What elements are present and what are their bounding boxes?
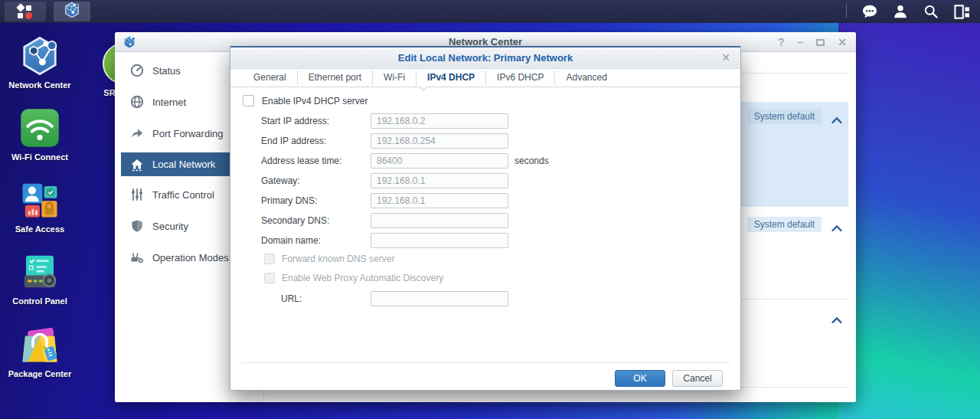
field-label: End IP address: <box>261 136 326 146</box>
taskbar <box>0 0 980 23</box>
collapse-chevron-icon[interactable] <box>831 221 842 229</box>
shield-icon <box>130 219 144 233</box>
widgets-icon[interactable] <box>946 0 977 23</box>
taskbar-network-center-button[interactable] <box>54 2 90 21</box>
sidebar-item-label: Internet <box>152 97 186 108</box>
collapse-chevron-icon[interactable] <box>831 113 842 121</box>
primary-dns-input <box>371 193 508 208</box>
main-menu-icon <box>17 4 34 19</box>
field-label: Secondary DNS: <box>261 215 329 226</box>
globe-icon <box>130 95 144 109</box>
start-ip-input <box>371 113 508 129</box>
desktop-icon-wifi-connect[interactable]: Wi-Fi Connect <box>3 107 77 162</box>
desktop-icon-label: Safe Access <box>3 224 77 234</box>
end-ip-input <box>371 133 508 149</box>
sidebar-item-label: Status <box>152 65 181 77</box>
sidebar-item-label: Traffic Control <box>152 189 214 201</box>
field-label: Gateway: <box>261 175 300 186</box>
maximize-button[interactable] <box>816 39 825 46</box>
package-center-icon <box>19 324 60 365</box>
forward-dns-checkbox <box>264 254 275 264</box>
gauge-icon <box>130 64 144 77</box>
gateway-input <box>371 173 508 188</box>
checkbox-label: Forward known DNS server <box>282 254 394 264</box>
tab-general[interactable]: General <box>243 70 297 85</box>
wifi-connect-icon <box>19 107 60 149</box>
ok-button[interactable]: OK <box>615 370 665 387</box>
dialog-footer-divider <box>242 362 730 363</box>
sliders-icon <box>130 188 144 201</box>
control-panel-icon <box>19 251 60 293</box>
desktop-icon-label: Wi-Fi Connect <box>3 152 77 162</box>
dialog-title: Edit Local Network: Primary Network <box>230 52 740 64</box>
taskbar-divider <box>846 5 847 18</box>
window-close-button[interactable]: ✕ <box>838 37 847 47</box>
enable-dhcp-checkbox[interactable] <box>243 95 254 106</box>
safe-access-icon <box>19 179 60 221</box>
network-center-icon <box>19 35 60 77</box>
checkbox-label: Enable IPv4 DHCP server <box>262 96 368 106</box>
help-button[interactable]: ? <box>778 37 785 47</box>
wpad-checkbox <box>264 273 275 283</box>
url-input <box>371 291 508 306</box>
desktop-icon-label: Network Center <box>3 80 77 90</box>
search-icon[interactable] <box>916 0 946 23</box>
sidebar-item-label: Port Forwarding <box>152 128 223 139</box>
main-menu-button[interactable] <box>5 2 46 21</box>
status-badge: System default <box>747 109 822 124</box>
forward-dns-checkbox-row: Forward known DNS server <box>264 254 394 264</box>
cancel-button[interactable]: Cancel <box>672 370 723 387</box>
desktop-icon-control-panel[interactable]: Control Panel <box>3 251 77 306</box>
minimize-button[interactable]: – <box>797 37 803 47</box>
desktop-icon-label: Control Panel <box>3 296 77 306</box>
dialog-close-button[interactable]: ✕ <box>721 51 730 64</box>
lease-time-input <box>371 153 508 169</box>
sidebar-item-label: Local Network <box>152 159 215 170</box>
tab-wifi[interactable]: Wi-Fi <box>372 70 416 85</box>
field-suffix: seconds <box>514 155 549 166</box>
domain-name-input <box>371 233 508 248</box>
house-icon <box>130 158 144 172</box>
user-account-icon[interactable] <box>885 0 916 23</box>
desktop-icon-safe-access[interactable]: Safe Access <box>3 179 77 234</box>
sidebar-item-label: Operation Modes <box>152 252 229 264</box>
edit-local-network-dialog: Edit Local Network: Primary Network ✕ Ge… <box>230 46 741 391</box>
tab-ethernet-port[interactable]: Ethernet port <box>297 70 372 85</box>
network-center-icon <box>64 2 80 21</box>
notifications-chat-icon[interactable] <box>854 0 885 23</box>
collapse-chevron-icon[interactable] <box>831 313 842 321</box>
field-label: Start IP address: <box>261 116 329 126</box>
router-gear-icon <box>130 250 144 264</box>
tab-advanced[interactable]: Advanced <box>554 70 617 85</box>
desktop-icon-package-center[interactable]: Package Center <box>3 324 77 379</box>
field-label: Address lease time: <box>261 155 341 166</box>
field-label: Domain name: <box>261 235 321 246</box>
wpad-checkbox-row: Enable Web Proxy Automatic Discovery <box>264 273 443 283</box>
tab-ipv6-dhcp[interactable]: IPv6 DHCP <box>485 70 554 85</box>
forward-arrow-icon <box>130 126 144 140</box>
status-badge: System default <box>747 217 822 232</box>
desktop-icon-label: Package Center <box>3 369 77 379</box>
tabbar-border <box>230 87 740 87</box>
desktop-icon-network-center[interactable]: Network Center <box>3 35 77 90</box>
sidebar-item-label: Security <box>152 221 188 232</box>
field-label: URL: <box>281 293 302 304</box>
tab-ipv4-dhcp[interactable]: IPv4 DHCP <box>416 70 485 85</box>
checkbox-label: Enable Web Proxy Automatic Discovery <box>282 273 443 283</box>
field-label: Primary DNS: <box>261 195 317 206</box>
secondary-dns-input <box>371 213 508 228</box>
desktop-wallpaper-right <box>838 23 980 419</box>
dialog-header[interactable]: Edit Local Network: Primary Network ✕ <box>230 47 740 69</box>
dialog-tabbar: General Ethernet port Wi-Fi IPv4 DHCP IP… <box>243 69 728 87</box>
enable-dhcp-checkbox-row[interactable]: Enable IPv4 DHCP server <box>243 95 368 106</box>
